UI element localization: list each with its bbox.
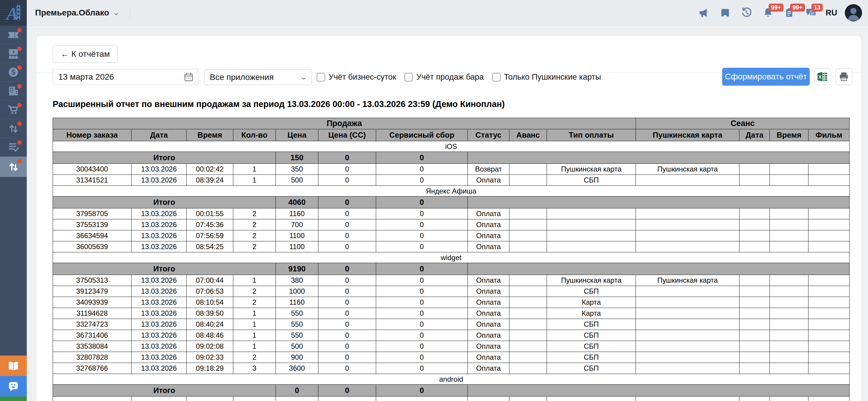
releases-button[interactable] (714, 0, 736, 26)
announcements-button[interactable] (693, 0, 714, 26)
data-cell (740, 230, 770, 241)
data-cell (740, 341, 770, 352)
data-cell: 0 (376, 308, 468, 319)
data-cell: 08:54:25 (187, 241, 233, 253)
column-header-cell: Цена (276, 129, 318, 141)
checkbox-box[interactable] (317, 73, 325, 81)
sidebar-item-knowledge-base[interactable] (0, 356, 27, 376)
sidebar-item-transfers[interactable] (0, 119, 27, 138)
column-header-cell: Аванс (509, 129, 547, 141)
sidebar-item-external-sales[interactable] (0, 157, 27, 177)
app-title-menu[interactable]: Премьера.Облако ⌄ (35, 0, 119, 26)
column-header-cell: Номер заказа (53, 129, 131, 141)
sidebar-item-company[interactable] (0, 82, 27, 100)
data-cell: 13.03.2026 (131, 275, 187, 286)
data-cell (547, 241, 636, 253)
sidebar-item-tickets[interactable] (0, 26, 27, 44)
data-cell (509, 297, 547, 308)
section-name-cell: widget (53, 253, 849, 263)
notification-dot (17, 28, 22, 32)
data-cell: 3 (233, 363, 276, 374)
sidebar-item-tasks[interactable] (0, 138, 27, 157)
data-cell: 0 (318, 208, 376, 220)
data-cell (636, 230, 740, 241)
sidebar-item-cinema-hall[interactable] (0, 44, 27, 63)
data-cell: 1160 (276, 297, 318, 308)
tasks-button[interactable]: 99+ (779, 0, 800, 26)
generate-report-button[interactable]: Сформировать отчёт (722, 68, 810, 86)
data-cell: 09:18:29 (187, 363, 233, 374)
data-cell: 00:02:42 (187, 164, 233, 175)
data-cell (740, 175, 770, 186)
data-cell (547, 220, 636, 230)
data-cell: 13.03.2026 (131, 164, 187, 175)
total-value-cell: 0 (376, 152, 468, 164)
data-cell (770, 275, 808, 286)
history-button[interactable] (736, 0, 757, 26)
language-switcher[interactable]: RU (822, 8, 841, 18)
checkbox-pushkin-cards-only[interactable]: Только Пушкинские карты (492, 72, 601, 82)
messages-button[interactable]: 13 (800, 0, 822, 26)
data-cell (740, 241, 770, 253)
data-cell: 0 (318, 230, 376, 241)
avatar[interactable] (845, 4, 862, 22)
date-picker-input[interactable]: 13 марта 2026 (53, 69, 198, 85)
app-filter-select[interactable]: Все приложения ⌄ (204, 69, 312, 85)
data-cell: 0 (318, 275, 376, 286)
data-cell: 13.03.2026 (131, 363, 187, 374)
data-cell (808, 286, 849, 297)
checkbox-bar-sales[interactable]: Учёт продаж бара (404, 72, 484, 82)
chevron-down-icon: ⌄ (112, 9, 120, 16)
data-cell: 0 (318, 330, 376, 341)
data-row: 3795870513.03.202600:01:552116000Оплата (53, 208, 849, 220)
checkbox-business-day[interactable]: Учёт бизнес-суток (317, 72, 396, 82)
data-cell: Оплата (468, 330, 509, 341)
data-cell: 34093939 (53, 297, 131, 308)
data-cell: 2 (233, 208, 276, 220)
data-cell (509, 397, 547, 401)
data-cell (770, 397, 808, 401)
megaphone-icon (698, 7, 710, 19)
data-cell: Возврат (468, 164, 509, 175)
data-cell (636, 241, 740, 253)
app-logo[interactable]: A (0, 0, 27, 26)
column-header-cell: Статус (468, 129, 509, 141)
sidebar: $ (0, 26, 27, 401)
data-cell (808, 175, 849, 186)
notifications-button[interactable]: 99+ (757, 0, 779, 26)
total-value-cell: 0 (318, 385, 376, 397)
data-cell (770, 175, 808, 186)
data-row: 3327472313.03.202608:40:24155000ОплатаСБ… (53, 319, 849, 330)
data-cell (740, 208, 770, 220)
section-name-cell: Яндекс Афиша (53, 186, 849, 197)
back-to-reports-button[interactable]: ← К отчётам (53, 45, 118, 63)
sidebar-item-finance[interactable]: $ (0, 63, 27, 82)
notification-dot (17, 140, 22, 145)
checkbox-box[interactable] (492, 73, 501, 81)
checkbox-box[interactable] (404, 73, 413, 81)
data-row: 3004340013.03.202600:02:42135000ВозвратП… (53, 164, 849, 175)
topbar: A Премьера.Облако ⌄ (0, 0, 868, 26)
data-cell (509, 308, 547, 319)
sidebar-item-shop[interactable] (0, 100, 27, 119)
data-cell (636, 175, 740, 186)
data-cell: 13.03.2026 (131, 208, 187, 220)
data-cell (740, 330, 770, 341)
data-cell: 31194628 (53, 308, 131, 319)
data-cell: СБП (547, 286, 636, 297)
notification-dot (17, 103, 22, 107)
notification-dot (17, 159, 22, 164)
data-cell: Оплата (468, 297, 509, 308)
svg-text:X: X (818, 74, 822, 80)
data-cell (770, 297, 808, 308)
data-cell: СБП (547, 352, 636, 363)
sidebar-item-support-chat[interactable] (0, 376, 27, 397)
app-filter-value: Все приложения (210, 72, 301, 82)
data-cell: 07:45:36 (187, 220, 233, 230)
data-cell: 13.03.2026 (131, 286, 187, 297)
data-cell (740, 308, 770, 319)
data-cell (808, 352, 849, 363)
data-cell: 0 (318, 175, 376, 186)
export-excel-button[interactable]: X (814, 68, 831, 85)
print-button[interactable] (836, 68, 852, 85)
